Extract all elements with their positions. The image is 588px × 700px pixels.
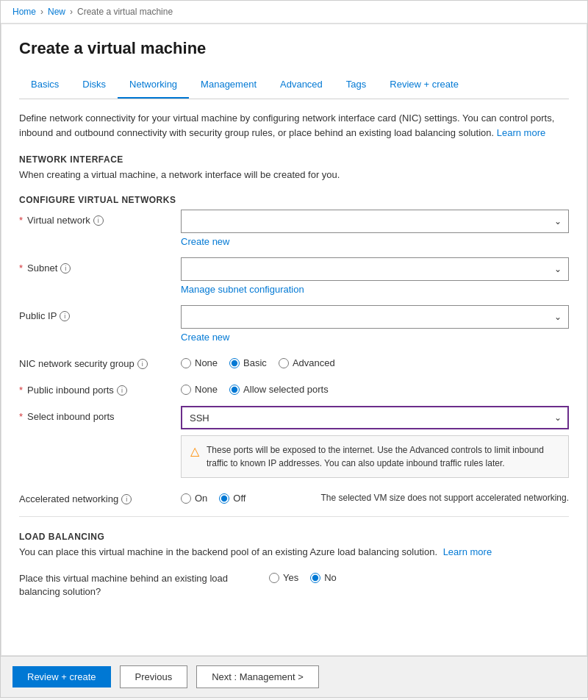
public-ip-label: Public IP i	[19, 305, 181, 321]
accelerated-networking-control: On Off The selected VM size does not sup…	[181, 488, 569, 504]
accel-note: The selected VM size does not support ac…	[245, 493, 569, 503]
load-balancing-header: LOAD BALANCING	[19, 532, 569, 542]
next-management-button[interactable]: Next : Management >	[196, 665, 319, 688]
public-ip-row: Public IP i ⌄ Create new	[19, 305, 569, 343]
public-ip-create-new-link[interactable]: Create new	[181, 332, 229, 343]
virtual-network-control: ⌄ Create new	[181, 210, 569, 247]
public-inbound-ports-label: * Public inbound ports i	[19, 379, 181, 396]
accel-on-option[interactable]: On	[181, 493, 207, 504]
lb-yes-option[interactable]: Yes	[269, 572, 298, 583]
accel-off-radio[interactable]	[219, 493, 229, 504]
nic-security-radio-group: None Basic Advanced	[181, 353, 569, 368]
nic-security-basic-radio[interactable]	[229, 358, 240, 368]
public-ip-control: ⌄ Create new	[181, 305, 569, 343]
tab-disks[interactable]: Disks	[71, 71, 118, 99]
breadcrumb-current: Create a virtual machine	[77, 7, 173, 17]
breadcrumb-sep-1: ›	[40, 7, 43, 17]
inbound-allow-selected-radio[interactable]	[229, 385, 240, 395]
accelerated-networking-row: Accelerated networking i On Off	[19, 488, 569, 504]
subnet-label: * Subnet i	[19, 257, 181, 274]
nic-security-group-label: NIC network security group i	[19, 353, 181, 369]
subnet-info-icon[interactable]: i	[60, 263, 71, 274]
accelerated-networking-radio-group: On Off	[181, 488, 245, 504]
virtual-network-label: * Virtual network i	[19, 210, 181, 226]
accel-off-option[interactable]: Off	[219, 493, 245, 504]
vnet-dropdown-wrapper: ⌄	[181, 210, 569, 233]
select-inbound-ports-dropdown[interactable]: SSH HTTP HTTPS RDP	[181, 406, 569, 429]
lb-yes-radio[interactable]	[269, 573, 279, 583]
lb-no-radio[interactable]	[310, 573, 320, 583]
load-balancing-label: Place this virtual machine behind an exi…	[19, 568, 269, 599]
subnet-control: ⌄ Manage subnet configuration	[181, 257, 569, 295]
tabs-bar: Basics Disks Networking Management Advan…	[19, 71, 569, 99]
breadcrumb-home[interactable]: Home	[12, 7, 36, 17]
nic-security-none-option[interactable]: None	[181, 357, 218, 368]
select-inbound-ports-control: SSH HTTP HTTPS RDP ⌄ △ These ports will …	[181, 406, 569, 478]
network-interface-desc: When creating a virtual machine, a netwo…	[19, 169, 569, 180]
subnet-dropdown-wrapper: ⌄	[181, 257, 569, 281]
nic-security-info-icon[interactable]: i	[137, 359, 148, 369]
nic-security-group-control: None Basic Advanced	[181, 353, 569, 368]
load-balancing-learn-link[interactable]: Learn more	[443, 546, 492, 557]
public-inbound-ports-row: * Public inbound ports i None Allow sele…	[19, 379, 569, 396]
description-learn-link[interactable]: Learn more	[497, 127, 545, 138]
load-balancing-radio-group: Yes No	[269, 568, 569, 583]
page-title: Create a virtual machine	[19, 39, 569, 58]
previous-button[interactable]: Previous	[120, 665, 188, 688]
public-ip-dropdown-wrapper: ⌄	[181, 305, 569, 329]
tab-tags[interactable]: Tags	[334, 71, 378, 99]
section-divider	[19, 516, 569, 517]
inbound-required-star: *	[19, 385, 23, 396]
nic-security-none-radio[interactable]	[181, 358, 191, 368]
tab-advanced[interactable]: Advanced	[268, 71, 334, 99]
accelerated-networking-label: Accelerated networking i	[19, 488, 181, 504]
inbound-ports-info-icon[interactable]: i	[117, 385, 127, 396]
tab-management[interactable]: Management	[189, 71, 268, 99]
accelerated-networking-info-icon[interactable]: i	[121, 494, 132, 504]
inbound-allow-selected-option[interactable]: Allow selected ports	[229, 384, 329, 395]
vnet-info-icon[interactable]: i	[93, 215, 104, 226]
subnet-manage-link[interactable]: Manage subnet configuration	[181, 284, 304, 295]
breadcrumb-sep-2: ›	[70, 7, 73, 17]
subnet-required-star: *	[19, 262, 23, 274]
footer-bar: Review + create Previous Next : Manageme…	[1, 656, 587, 697]
description-text: Define network connectivity for your vir…	[19, 111, 569, 140]
warning-box: △ These ports will be exposed to the int…	[181, 435, 569, 478]
nic-security-basic-option[interactable]: Basic	[229, 357, 267, 368]
select-inbound-ports-row: * Select inbound ports SSH HTTP HTTPS RD…	[19, 406, 569, 478]
inbound-none-radio[interactable]	[181, 385, 191, 395]
public-ip-dropdown[interactable]	[181, 305, 569, 329]
breadcrumb-new[interactable]: New	[48, 7, 65, 17]
network-interface-header: NETWORK INTERFACE	[19, 154, 569, 165]
review-create-button[interactable]: Review + create	[12, 666, 111, 688]
nic-security-advanced-radio[interactable]	[279, 358, 289, 368]
select-inbound-ports-label: * Select inbound ports	[19, 406, 181, 422]
virtual-network-dropdown[interactable]	[181, 210, 569, 233]
public-ip-info-icon[interactable]: i	[60, 311, 70, 321]
nic-security-group-row: NIC network security group i None Basic …	[19, 353, 569, 369]
vnet-create-new-link[interactable]: Create new	[181, 236, 229, 247]
inbound-none-option[interactable]: None	[181, 384, 218, 395]
configure-vnet-header: CONFIGURE VIRTUAL NETWORKS	[19, 195, 569, 205]
warning-icon: △	[190, 444, 199, 458]
tab-review-create[interactable]: Review + create	[378, 71, 470, 99]
main-content: Create a virtual machine Basics Disks Ne…	[1, 24, 587, 656]
warning-text: These ports will be exposed to the inter…	[207, 443, 559, 470]
subnet-row: * Subnet i ⌄ Manage subnet configuration	[19, 257, 569, 295]
vnet-required-star: *	[19, 215, 23, 226]
breadcrumb: Home › New › Create a virtual machine	[1, 1, 587, 24]
load-balancing-row: Place this virtual machine behind an exi…	[19, 568, 569, 599]
tab-basics[interactable]: Basics	[19, 71, 71, 99]
subnet-dropdown[interactable]	[181, 257, 569, 281]
lb-no-option[interactable]: No	[310, 572, 337, 583]
load-balancing-control: Yes No	[269, 568, 569, 583]
inbound-ports-radio-group: None Allow selected ports	[181, 379, 569, 395]
public-inbound-ports-control: None Allow selected ports	[181, 379, 569, 395]
nic-security-advanced-option[interactable]: Advanced	[279, 357, 335, 368]
accel-on-radio[interactable]	[181, 493, 191, 504]
tab-networking[interactable]: Networking	[118, 71, 189, 99]
select-inbound-ports-dropdown-wrapper: SSH HTTP HTTPS RDP ⌄	[181, 406, 569, 429]
select-inbound-required-star: *	[19, 411, 23, 422]
virtual-network-row: * Virtual network i ⌄ Create new	[19, 210, 569, 247]
load-balancing-desc: You can place this virtual machine in th…	[19, 546, 569, 557]
